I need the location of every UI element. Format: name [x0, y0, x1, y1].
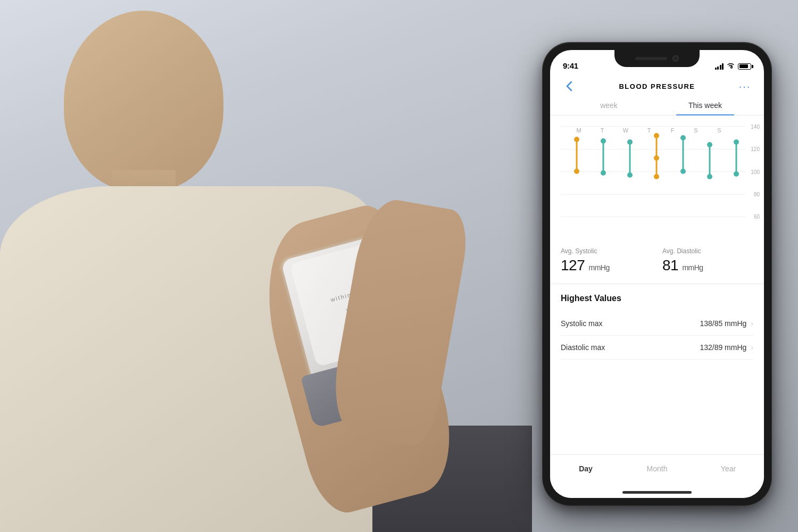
signal-bar-4 — [722, 63, 724, 70]
diastolic-unit: mmHg — [682, 263, 703, 272]
svg-point-7 — [627, 139, 633, 145]
svg-point-8 — [627, 172, 633, 178]
diastolic-number: 81 — [662, 257, 678, 273]
notch-camera — [672, 55, 679, 62]
svg-point-10 — [654, 133, 659, 138]
y-label-80: 80 — [754, 192, 760, 197]
wifi-icon — [727, 62, 735, 70]
signal-bar-1 — [715, 68, 717, 70]
tab-month-label: Month — [647, 464, 668, 473]
tab-nav: week This week — [550, 95, 764, 115]
diastolic-stat: Avg. Diastolic 81 mmHg — [662, 247, 753, 274]
gridline-5 — [561, 217, 745, 217]
more-dots: ··· — [739, 80, 751, 93]
stats-section: Avg. Systolic 127 mmHg Avg. Diastolic 81… — [550, 238, 764, 284]
person-head — [64, 11, 223, 192]
svg-point-14 — [680, 135, 686, 140]
diastolic-value: 81 mmHg — [662, 257, 753, 274]
svg-point-2 — [574, 169, 579, 174]
systolic-unit: mmHg — [589, 263, 610, 272]
systolic-number: 127 — [561, 257, 585, 273]
battery-icon — [738, 63, 751, 70]
systolic-max-chevron: › — [751, 319, 753, 328]
phone-notch — [614, 50, 700, 67]
chart-area: 140 120 100 80 60 — [550, 115, 764, 238]
person-figure: withings + — [0, 0, 458, 532]
more-button[interactable]: ··· — [736, 78, 753, 95]
diastolic-max-value: 132/89 mmHg — [700, 343, 746, 352]
svg-point-12 — [654, 174, 659, 179]
systolic-max-value: 138/85 mmHg — [700, 319, 746, 328]
y-label-120: 120 — [751, 146, 760, 152]
signal-bar-2 — [717, 66, 719, 70]
phone-screen: 9:41 — [550, 50, 764, 498]
svg-point-4 — [601, 138, 606, 144]
phone-wrapper: 9:41 — [543, 43, 771, 505]
systolic-max-label: Systolic max — [561, 319, 603, 328]
y-label-100: 100 — [751, 169, 760, 175]
header-title: BLOOD PRESSURE — [619, 82, 695, 90]
svg-point-21 — [734, 171, 739, 177]
diastolic-max-row[interactable]: Diastolic max 132/89 mmHg › — [561, 336, 753, 360]
tab-month[interactable]: Month — [621, 461, 693, 476]
y-label-60: 60 — [754, 214, 760, 220]
svg-point-5 — [601, 170, 606, 176]
systolic-max-row[interactable]: Systolic max 138/85 mmHg › — [561, 312, 753, 336]
tab-this-week[interactable]: This week — [657, 101, 753, 115]
svg-point-17 — [707, 142, 712, 147]
svg-point-11 — [654, 155, 659, 161]
svg-point-20 — [734, 139, 739, 145]
diastolic-max-label: Diastolic max — [561, 343, 605, 352]
systolic-value: 127 mmHg — [561, 257, 652, 274]
phone-frame: 9:41 — [543, 43, 771, 505]
systolic-stat: Avg. Systolic 127 mmHg — [561, 247, 652, 274]
svg-point-15 — [680, 169, 686, 174]
diastolic-max-chevron: › — [751, 343, 753, 352]
diastolic-max-right: 132/89 mmHg › — [700, 343, 753, 352]
notch-speaker — [635, 57, 667, 60]
tab-day-label: Day — [579, 464, 593, 473]
systolic-label: Avg. Systolic — [561, 247, 652, 255]
highest-values-section: Highest Values Systolic max 138/85 mmHg … — [550, 284, 764, 369]
signal-bar-3 — [720, 65, 721, 70]
chart-svg — [561, 126, 747, 217]
tab-day[interactable]: Day — [550, 461, 621, 476]
status-icons — [715, 62, 752, 70]
diastolic-label: Avg. Diastolic — [662, 247, 753, 255]
tab-year[interactable]: Year — [693, 461, 764, 476]
back-button[interactable] — [561, 78, 578, 95]
home-indicator — [622, 491, 692, 494]
signal-icon — [715, 63, 724, 70]
tab-year-label: Year — [721, 464, 736, 473]
tab-week[interactable]: week — [561, 101, 657, 115]
svg-point-18 — [707, 174, 712, 179]
status-time: 9:41 — [563, 61, 578, 70]
battery-fill — [739, 64, 748, 68]
app-header: BLOOD PRESSURE ··· — [550, 73, 764, 95]
y-label-140: 140 — [751, 124, 760, 130]
bottom-tab-bar: Day Month Year — [550, 454, 764, 498]
systolic-max-right: 138/85 mmHg › — [700, 319, 753, 328]
highest-values-title: Highest Values — [561, 294, 753, 303]
svg-point-1 — [574, 137, 579, 142]
chart-y-labels: 140 120 100 80 60 — [751, 124, 760, 220]
